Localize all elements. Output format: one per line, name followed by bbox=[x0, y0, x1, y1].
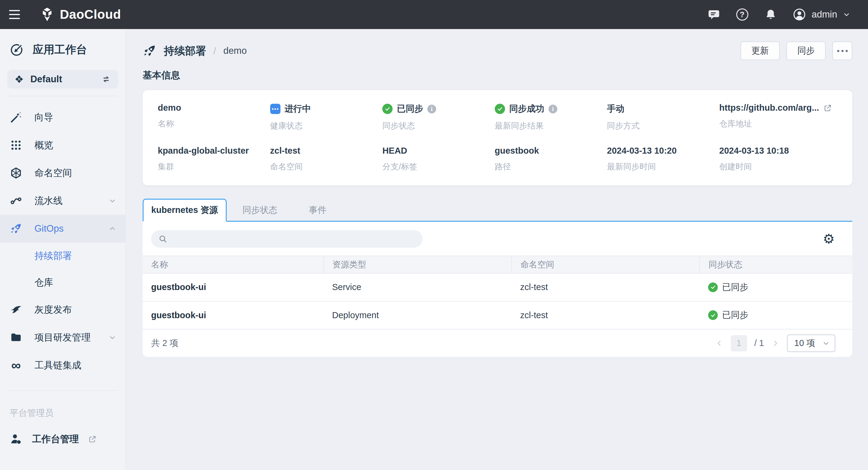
status-badge: 已同步 bbox=[708, 281, 852, 293]
external-link-icon[interactable] bbox=[823, 104, 832, 113]
main-content: 持续部署 / demo 更新 同步 基本信息 demo 名称 进行中 健康状 bbox=[126, 29, 868, 470]
check-icon bbox=[382, 104, 393, 114]
divider bbox=[8, 96, 118, 96]
user-menu[interactable]: admin bbox=[793, 7, 850, 22]
field-name: demo 名称 bbox=[158, 103, 270, 131]
search-box[interactable] bbox=[151, 230, 423, 248]
pipeline-icon bbox=[9, 195, 23, 207]
sidebar-item-pipeline[interactable]: 流水线 bbox=[0, 187, 125, 215]
breadcrumb-current: demo bbox=[223, 46, 247, 56]
tab-events[interactable]: 事件 bbox=[293, 199, 342, 222]
field-branch: HEAD 分支/标签 bbox=[382, 146, 495, 172]
repo-url-link[interactable]: https://github.com/arg... bbox=[719, 103, 819, 113]
sidebar-item-continuous-deployment[interactable]: 持续部署 bbox=[0, 242, 125, 269]
check-icon bbox=[708, 310, 718, 320]
status-badge: 已同步 bbox=[708, 309, 852, 321]
menu-toggle-icon[interactable] bbox=[9, 5, 27, 24]
sidebar-item-namespace[interactable]: 命名空间 bbox=[0, 159, 125, 187]
column-header-status: 同步状态 bbox=[700, 256, 852, 273]
info-icon[interactable]: i bbox=[549, 105, 557, 113]
page-count: / 1 bbox=[754, 338, 764, 348]
section-label: 平台管理员 bbox=[0, 398, 125, 433]
chevron-down-icon bbox=[822, 339, 830, 347]
sidebar-item-workbench-admin[interactable]: 工作台管理 bbox=[0, 433, 125, 446]
sidebar-item-canary-release[interactable]: 灰度发布 bbox=[0, 296, 125, 324]
sidebar-item-overview[interactable]: 概览 bbox=[0, 131, 125, 159]
breadcrumb: 持续部署 / demo bbox=[143, 44, 247, 58]
infinity-icon: ∞ bbox=[9, 360, 23, 371]
chevron-down-icon bbox=[108, 197, 116, 205]
tab-kubernetes-resources[interactable]: kubernetes 资源 bbox=[143, 199, 227, 222]
workbench-icon bbox=[10, 43, 24, 57]
sidebar-item-project-management[interactable]: 项目研发管理 bbox=[0, 324, 125, 351]
help-icon: ? bbox=[736, 8, 748, 21]
search-icon bbox=[158, 234, 167, 243]
cube-icon bbox=[9, 167, 23, 179]
workspace-selector[interactable]: ❖ Default bbox=[7, 70, 118, 89]
next-page-button[interactable] bbox=[771, 339, 780, 348]
field-sync-mode: 手动 同步方式 bbox=[607, 103, 719, 131]
column-header-name: 名称 bbox=[143, 256, 324, 273]
notifications-button[interactable] bbox=[764, 8, 777, 21]
sidebar-item-toolchain[interactable]: ∞ 工具链集成 bbox=[0, 351, 125, 379]
tab-bar: kubernetes 资源 同步状态 事件 bbox=[143, 199, 852, 222]
user-name: admin bbox=[812, 9, 837, 20]
page-size-select[interactable]: 10 项 bbox=[787, 334, 835, 352]
resources-table: 名称 资源类型 命名空间 同步状态 guestbook-ui Service z… bbox=[143, 256, 852, 330]
chevron-up-icon bbox=[108, 225, 116, 233]
check-icon bbox=[708, 283, 718, 292]
sidebar-item-wizard[interactable]: 向导 bbox=[0, 104, 125, 131]
chevron-down-icon bbox=[843, 10, 850, 19]
basic-info-card: demo 名称 进行中 健康状态 已同步 i 同步状态 bbox=[143, 90, 852, 185]
tab-sync-status[interactable]: 同步状态 bbox=[227, 199, 293, 222]
field-path: guestbook 路径 bbox=[495, 146, 607, 172]
table-row: guestbook-ui Service zcl-test 已同步 bbox=[143, 273, 852, 301]
field-sync-status: 已同步 i 同步状态 bbox=[382, 103, 495, 131]
info-icon[interactable]: i bbox=[427, 105, 436, 113]
field-created-time: 2024-03-13 10:18 创建时间 bbox=[719, 146, 837, 172]
sync-button[interactable]: 同步 bbox=[786, 41, 826, 60]
grid-dots-icon bbox=[9, 139, 23, 151]
column-header-namespace: 命名空间 bbox=[512, 256, 700, 273]
feedback-button[interactable] bbox=[707, 8, 720, 21]
column-header-type: 资源类型 bbox=[324, 256, 512, 273]
update-button[interactable]: 更新 bbox=[740, 41, 780, 60]
field-cluster: kpanda-global-cluster 集群 bbox=[158, 146, 270, 172]
breadcrumb-root[interactable]: 持续部署 bbox=[164, 44, 206, 58]
help-button[interactable]: ? bbox=[736, 8, 749, 21]
field-namespace: zcl-test 命名空间 bbox=[270, 146, 383, 172]
current-page-input[interactable]: 1 bbox=[731, 335, 747, 351]
brand-name: DaoCloud bbox=[60, 7, 121, 22]
basic-info-title: 基本信息 bbox=[143, 69, 852, 82]
prev-page-button[interactable] bbox=[715, 339, 723, 348]
field-last-sync-result: 同步成功 i 最新同步结果 bbox=[495, 103, 607, 131]
sidebar-item-repository[interactable]: 仓库 bbox=[0, 269, 125, 296]
breadcrumb-separator: / bbox=[213, 46, 216, 57]
total-count: 共 2 项 bbox=[151, 337, 178, 349]
pagination: 共 2 项 1 / 1 10 项 bbox=[143, 330, 852, 357]
search-input[interactable] bbox=[172, 234, 415, 244]
switch-workspace-icon[interactable] bbox=[101, 75, 111, 84]
sidebar-item-gitops[interactable]: GitOps bbox=[0, 215, 125, 242]
field-health-status: 进行中 健康状态 bbox=[270, 103, 383, 131]
avatar-icon bbox=[793, 7, 806, 22]
rocket-icon bbox=[9, 222, 23, 235]
external-link-icon bbox=[88, 435, 97, 444]
more-actions-button[interactable] bbox=[832, 41, 852, 60]
sidebar: 应用工作台 ❖ Default 向导 bbox=[0, 29, 126, 470]
workspace-icon: ❖ bbox=[14, 74, 24, 84]
resources-panel: ⚙ 名称 资源类型 命名空间 同步状态 guestbook-ui Service bbox=[143, 222, 852, 357]
admin-user-icon bbox=[10, 433, 23, 446]
table-settings-button[interactable]: ⚙ bbox=[823, 232, 835, 245]
table-row: guestbook-ui Deployment zcl-test 已同步 bbox=[143, 301, 852, 329]
chevron-down-icon bbox=[108, 333, 116, 342]
divider bbox=[8, 390, 118, 391]
workbench-title: 应用工作台 bbox=[0, 29, 125, 70]
bell-icon bbox=[765, 8, 777, 21]
brand-logo[interactable]: DaoCloud bbox=[39, 7, 121, 22]
bird-icon bbox=[9, 303, 23, 316]
wand-icon bbox=[9, 111, 23, 124]
rocket-icon bbox=[143, 44, 157, 58]
progressing-icon bbox=[270, 104, 280, 114]
top-header: DaoCloud ? admin bbox=[0, 0, 868, 29]
